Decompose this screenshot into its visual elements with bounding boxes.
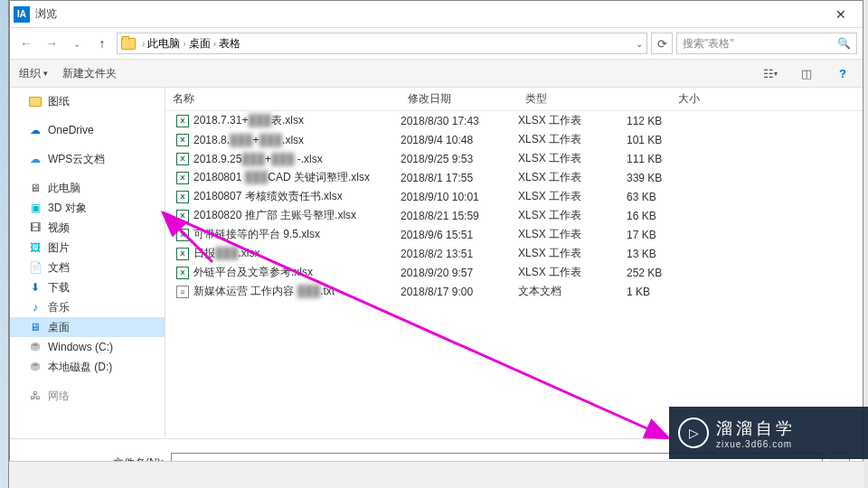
xlsx-icon: X	[176, 153, 189, 165]
crumb-current[interactable]: 表格	[219, 36, 241, 52]
file-name: 外链平台及文章参考.xlsx	[193, 265, 313, 280]
new-folder-button[interactable]: 新建文件夹	[62, 66, 117, 81]
file-row[interactable]: X20180820 推广部 主账号整理.xlsx2018/8/21 15:59X…	[165, 206, 863, 225]
file-date: 2018/8/21 15:59	[401, 210, 518, 222]
xlsx-icon: X	[176, 229, 189, 241]
sidebar-item-network[interactable]: 🖧网络	[10, 386, 165, 406]
separator-icon: ›	[183, 39, 185, 49]
organize-button[interactable]: 组织▾	[19, 66, 48, 81]
file-name: 20180820 推广部 主账号整理.xlsx	[193, 208, 356, 223]
file-row[interactable]: X2018.8.███+███.xlsx2018/9/4 10:48XLSX 工…	[165, 130, 863, 149]
col-date[interactable]: 修改日期	[401, 88, 518, 110]
address-dropdown-icon[interactable]: ⌄	[636, 39, 643, 49]
view-options-button[interactable]: ☷▾	[760, 63, 781, 83]
file-size: 13 KB	[627, 248, 708, 260]
drive-icon: ⛃	[28, 360, 42, 374]
file-date: 2018/9/4 10:48	[401, 134, 518, 146]
col-type[interactable]: 类型	[518, 88, 627, 110]
recent-dropdown[interactable]: ⌄	[66, 33, 88, 54]
sidebar-item-music[interactable]: ♪音乐	[10, 297, 165, 317]
picture-icon: 🖼	[28, 240, 42, 255]
help-button[interactable]: ?	[832, 63, 854, 83]
sidebar-item-documents[interactable]: 📄文档	[10, 258, 165, 277]
file-row[interactable]: X2018.7.31+███表.xlsx2018/8/30 17:43XLSX …	[165, 111, 863, 130]
sidebar-item-thispc[interactable]: 🖥此电脑	[10, 178, 165, 198]
sidebar-item-video[interactable]: 🎞视频	[10, 218, 165, 238]
file-row[interactable]: X可带链接等的平台 9.5.xlsx2018/9/6 15:51XLSX 工作表…	[165, 225, 863, 244]
sidebar-item-wps[interactable]: ☁WPS云文档	[10, 149, 165, 169]
file-date: 2018/8/2 13:51	[401, 248, 518, 260]
drive-icon: ⛃	[28, 340, 42, 354]
file-date: 2018/9/25 9:53	[401, 153, 518, 165]
app-icon: IA	[14, 6, 30, 23]
file-row[interactable]: X外链平台及文章参考.xlsx2018/9/20 9:57XLSX 工作表252…	[165, 263, 863, 282]
file-row[interactable]: X20180807 考核绩效责任书.xlsx2018/9/10 10:01XLS…	[165, 187, 863, 206]
sidebar-item-drive-d[interactable]: ⛃本地磁盘 (D:)	[10, 357, 165, 377]
xlsx-icon: X	[176, 134, 189, 146]
watermark-url: zixue.3d66.com	[716, 439, 796, 449]
file-date: 2018/9/10 10:01	[401, 191, 518, 203]
file-size: 101 KB	[627, 134, 708, 146]
video-icon: 🎞	[28, 221, 42, 235]
file-type: XLSX 工作表	[518, 113, 627, 128]
app-background-strip	[0, 0, 9, 488]
file-size: 111 KB	[627, 153, 708, 165]
network-icon: 🖧	[28, 389, 42, 403]
file-size: 16 KB	[627, 210, 708, 222]
file-type: XLSX 工作表	[518, 170, 627, 185]
column-headers: 名称 修改日期 类型 大小	[165, 88, 863, 111]
xlsx-icon: X	[176, 248, 189, 260]
file-size: 63 KB	[627, 191, 708, 203]
watermark: ▷ 溜溜自学 zixue.3d66.com	[669, 407, 868, 459]
preview-pane-button[interactable]: ◫	[796, 63, 817, 83]
xlsx-icon: X	[176, 210, 189, 222]
file-row[interactable]: X日报███.xlsx2018/8/2 13:51XLSX 工作表13 KB	[165, 244, 863, 263]
forward-button[interactable]: →	[41, 33, 62, 54]
file-row[interactable]: X2018.9.25███+███ -.xlsx2018/9/25 9:53XL…	[165, 149, 863, 168]
search-input[interactable]: 搜索"表格" 🔍	[676, 33, 857, 54]
back-button[interactable]: ←	[15, 33, 37, 54]
sidebar-item-onedrive[interactable]: ☁OneDrive	[10, 120, 165, 140]
sidebar-item-paper[interactable]: 图纸	[10, 91, 165, 111]
download-icon: ⬇	[28, 280, 42, 295]
xlsx-icon: X	[176, 115, 189, 127]
col-name[interactable]: 名称	[165, 88, 401, 110]
body: 图纸 ☁OneDrive ☁WPS云文档 🖥此电脑 ▣3D 对象 🎞视频 🖼图片…	[10, 88, 863, 438]
file-name: 2018.7.31+███表.xlsx	[193, 113, 304, 128]
file-list: 名称 修改日期 类型 大小 X2018.7.31+███表.xlsx2018/8…	[165, 88, 863, 438]
watermark-brand: 溜溜自学	[716, 418, 796, 439]
sidebar-item-desktop[interactable]: 🖥桌面	[10, 317, 165, 337]
sidebar-item-drive-c[interactable]: ⛃Windows (C:)	[10, 337, 165, 357]
file-type: XLSX 工作表	[518, 151, 627, 166]
xlsx-icon: X	[176, 267, 189, 279]
refresh-button[interactable]: ⟳	[651, 33, 673, 54]
dialog-button-strip	[9, 461, 863, 488]
window-title: 浏览	[35, 6, 823, 22]
sidebar-item-downloads[interactable]: ⬇下载	[10, 277, 165, 297]
play-icon: ▷	[678, 418, 709, 448]
crumb-desktop[interactable]: 桌面	[189, 36, 211, 52]
file-row[interactable]: ≡新媒体运营 工作内容 ███.txt2018/8/17 9:00文本文档1 K…	[165, 282, 863, 301]
file-row[interactable]: X20180801 ███CAD 关键词整理.xlsx2018/8/1 17:5…	[165, 168, 863, 187]
nav-row: ← → ⌄ ↑ › 此电脑 › 桌面 › 表格 ⌄ ⟳ 搜索"表格" 🔍	[10, 28, 863, 59]
separator-icon: ›	[142, 39, 145, 49]
file-name: 2018.8.███+███.xlsx	[193, 134, 304, 146]
col-size[interactable]: 大小	[627, 88, 708, 110]
file-name: 20180801 ███CAD 关键词整理.xlsx	[193, 170, 370, 185]
address-bar[interactable]: › 此电脑 › 桌面 › 表格 ⌄	[117, 33, 647, 54]
sidebar: 图纸 ☁OneDrive ☁WPS云文档 🖥此电脑 ▣3D 对象 🎞视频 🖼图片…	[10, 88, 165, 438]
sidebar-item-pictures[interactable]: 🖼图片	[10, 238, 165, 258]
cube-icon: ▣	[28, 201, 42, 215]
up-button[interactable]: ↑	[91, 33, 113, 54]
folder-icon	[121, 38, 136, 50]
file-date: 2018/9/20 9:57	[401, 267, 518, 279]
crumb-thispc[interactable]: 此电脑	[147, 36, 180, 52]
file-type: 文本文档	[518, 284, 627, 299]
cloud-icon: ☁	[28, 152, 42, 166]
close-button[interactable]: ✕	[823, 2, 859, 27]
sidebar-item-3d[interactable]: ▣3D 对象	[10, 198, 165, 218]
file-name: 20180807 考核绩效责任书.xlsx	[193, 189, 343, 204]
separator-icon: ›	[213, 39, 216, 49]
search-placeholder: 搜索"表格"	[683, 36, 734, 52]
file-date: 2018/8/30 17:43	[401, 115, 518, 127]
